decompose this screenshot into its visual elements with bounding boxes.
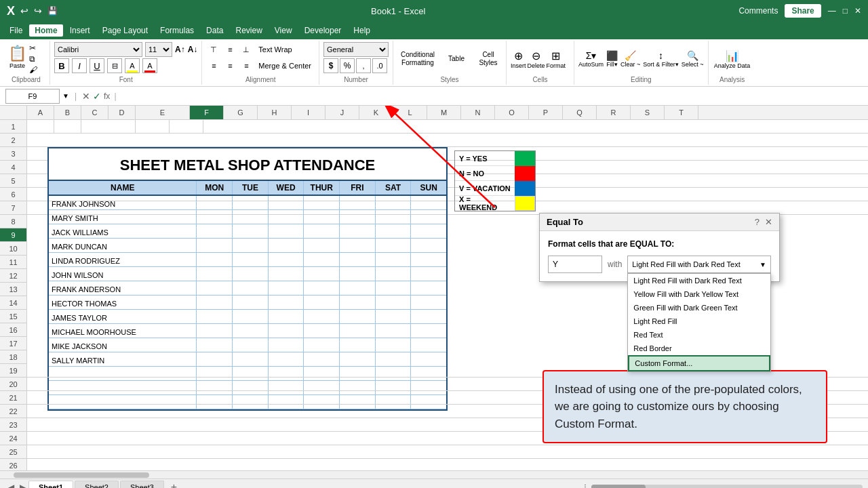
cell-sun[interactable] [411,224,446,238]
cell-tue[interactable] [233,338,269,352]
dropdown-item-light-red[interactable]: Light Red Fill [628,314,770,328]
menu-help[interactable]: Help [348,24,376,37]
cell-mon[interactable] [197,224,233,238]
cell-name[interactable]: JAMES TAYLOR [49,310,197,323]
align-top-btn[interactable]: ⊤ [206,42,221,57]
row-num-14[interactable]: 14 [0,296,27,310]
fill-color-btn[interactable]: A [125,58,140,73]
cell-fri[interactable] [340,324,376,338]
cell-sat[interactable] [376,296,412,309]
bold-btn[interactable]: B [54,58,69,73]
dialog-value-input[interactable] [548,256,602,273]
comma-btn[interactable]: % [340,58,355,73]
cell-mon[interactable] [197,324,233,338]
table-row[interactable]: JOHN WILSON [49,267,446,281]
row-num-15[interactable]: 15 [0,310,27,323]
menu-data[interactable]: Data [201,24,229,37]
horizontal-scrollbar[interactable] [0,470,868,479]
border-btn[interactable]: ⊟ [107,58,122,73]
cell-sat[interactable] [376,324,412,338]
col-header-h[interactable]: H [258,106,292,119]
menu-view[interactable]: View [269,24,298,37]
cell-mon[interactable] [197,281,233,295]
row-num-22[interactable]: 22 [0,405,27,418]
format-as-table-btn[interactable]: Table [439,42,473,76]
cell-sat[interactable] [376,210,412,224]
cell-tue[interactable] [233,310,269,323]
italic-btn[interactable]: I [72,58,87,73]
fill-btn[interactable]: ⬛Fill▾ [606,50,618,68]
h-scrollbar-thumb-bottom[interactable] [591,485,646,489]
menu-formulas[interactable]: Formulas [155,24,199,37]
col-header-q[interactable]: Q [563,106,597,119]
cell-wed[interactable] [269,224,304,238]
cell-mon[interactable] [197,239,233,252]
cell-sun[interactable] [411,196,446,209]
dropdown-item-light-red-dark[interactable]: Light Red Fill with Dark Red Text [628,274,770,287]
col-header-j[interactable]: J [326,106,359,119]
row-num-25[interactable]: 25 [0,445,27,459]
insert-function-btn[interactable]: fx [104,92,110,101]
clear-btn[interactable]: 🧹Clear ~ [620,50,640,68]
cell-name[interactable]: MICHAEL MOORHOUSE [49,324,197,338]
row-num-11[interactable]: 11 [0,256,27,269]
cell-a1[interactable] [27,120,54,134]
cancel-formula-btn[interactable]: ✕ [82,91,90,102]
col-header-m[interactable]: M [427,106,461,119]
cell-fri[interactable] [340,296,376,309]
cell-wed[interactable] [269,253,304,266]
cell-thur[interactable] [304,239,340,252]
cell-b1[interactable] [54,120,81,134]
format-btn[interactable]: ⊞Format [547,49,566,69]
row-num-26[interactable]: 26 [0,459,27,470]
col-header-c[interactable]: C [81,106,108,119]
tab-sheet1[interactable]: Sheet1 [28,481,73,488]
cell-sat[interactable] [376,338,412,352]
cell-thur[interactable] [304,224,340,238]
cell-sat[interactable] [376,267,412,281]
table-row[interactable]: FRANK JOHNSON [49,196,446,210]
cell-sat[interactable] [376,281,412,295]
col-header-i[interactable]: I [292,106,326,119]
cell-name[interactable]: HECTOR THOMAS [49,296,197,309]
h-scrollbar-bottom[interactable] [591,485,863,489]
cell-tue[interactable] [233,324,269,338]
cell-mon[interactable] [197,310,233,323]
menu-developer[interactable]: Developer [299,24,347,37]
row-num-24[interactable]: 24 [0,432,27,445]
row-num-17[interactable]: 17 [0,337,27,350]
autosum-btn[interactable]: Σ▾AutoSum [578,50,604,68]
cell-e1[interactable] [170,120,203,134]
table-row[interactable]: MARY SMITH [49,210,446,224]
col-header-a[interactable]: A [27,106,54,119]
cell-tue[interactable] [233,210,269,224]
cell-sun[interactable] [411,281,446,295]
cell-thur[interactable] [304,338,340,352]
row-num-16[interactable]: 16 [0,323,27,337]
cell-sun[interactable] [411,267,446,281]
row-num-18[interactable]: 18 [0,350,27,364]
cell-thur[interactable] [304,267,340,281]
format-dropdown-list[interactable]: Light Red Fill with Dark Red Text Yellow… [627,273,771,372]
cell-tue[interactable] [233,296,269,309]
row-num-10[interactable]: 10 [0,242,27,256]
cell-wed[interactable] [269,196,304,209]
font-increase-btn[interactable]: A↑ [175,45,185,54]
cell-thur[interactable] [304,296,340,309]
cell-name[interactable]: FRANK ANDERSON [49,281,197,295]
cell-fri[interactable] [340,338,376,352]
dialog-close-btn[interactable]: ✕ [765,217,772,227]
cell-sun[interactable] [411,253,446,266]
cell-name[interactable]: MARK DUNCAN [49,239,197,252]
table-row[interactable]: MIKE JACKSON [49,338,446,352]
analysis-btn[interactable]: 📊Analyze Data [713,42,752,76]
equal-to-dialog[interactable]: Equal To ? ✕ Format cells that are EQUAL… [539,213,780,282]
col-header-n[interactable]: N [461,106,495,119]
quick-access-save[interactable]: 💾 [47,6,58,16]
cell-fri[interactable] [340,310,376,323]
cell-c1[interactable] [81,120,136,134]
cell-sat[interactable] [376,239,412,252]
cell-thur[interactable] [304,210,340,224]
cell-name[interactable]: MARY SMITH [49,210,197,224]
cell-sat[interactable] [376,310,412,323]
